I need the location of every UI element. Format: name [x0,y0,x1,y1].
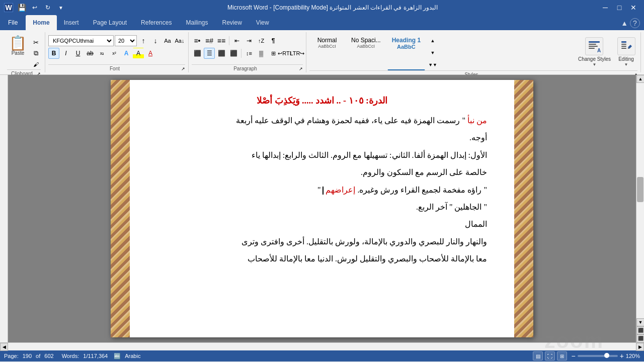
text-effects-btn[interactable]: A [121,48,132,59]
style-heading1[interactable]: Heading 1 AaBbC [387,35,425,70]
next-page-button[interactable]: ⬛ [636,334,644,342]
scroll-up-button[interactable]: ▲ [636,75,644,83]
scroll-left-button[interactable]: ◀ [0,343,8,351]
language-label[interactable]: Arabic [125,353,140,359]
styles-scroll-down-btn[interactable]: ▼ [427,47,438,58]
maximize-button[interactable]: □ [613,3,626,13]
save-button[interactable]: 💾 [16,2,27,13]
increase-indent-btn[interactable]: ⇥ [244,35,255,46]
editing-button[interactable]: Editing ▼ [615,35,637,69]
justify-btn[interactable]: ⬛ [228,48,239,59]
format-painter-button[interactable]: 🖌 [31,59,41,69]
vertical-scrollbar: ▲ ▼ ⬛ ⬛ [636,75,644,342]
style-no-spacing[interactable]: No Spaci... AaBbCcI [347,35,385,70]
strikethrough-button[interactable]: ab [85,48,96,59]
zoom-percent[interactable]: 120% [626,353,640,359]
quick-access-dropdown[interactable]: ▼ [55,2,66,13]
print-layout-btn[interactable]: ▤ [533,351,543,360]
decrease-indent-btn[interactable]: ⇤ [231,35,243,46]
tab-references[interactable]: References [134,15,179,30]
full-screen-btn[interactable]: ⛶ [545,351,555,360]
spell-check-icon[interactable]: 🔤 [114,353,121,359]
italic-button[interactable]: I [60,48,71,59]
paragraph-8: والنهار والنار للبصري والدوري بالإمالة، … [157,234,487,249]
para-sep2 [241,49,242,58]
tab-page-layout[interactable]: Page Layout [86,15,134,30]
tab-view[interactable]: View [249,15,276,30]
redo-button[interactable]: ↻ [42,2,53,13]
paste-button[interactable]: 📋 Paste [7,35,29,57]
change-case-btn[interactable]: Aa↓ [174,35,185,46]
text-highlight-btn[interactable]: A [133,48,144,59]
line-spacing-btn[interactable]: ↕≡ [244,48,255,59]
change-styles-button[interactable]: A Change Styles ▼ [576,35,613,69]
scroll-thumb[interactable] [637,177,643,202]
font-size-decrease-btn[interactable]: ↓ [150,35,161,46]
style-heading1-sub: AaBbC [392,44,421,50]
zoom-out-btn[interactable]: − [571,352,575,360]
doc-scroll-area[interactable]: الدرة: ١٠٥ - .. اشدد ..... وَيَكذِبَ أصْ… [8,75,636,342]
align-left-btn[interactable]: ⬛ [192,48,203,59]
status-bar: Page: 190 of 602 Words: 1/117,364 🔤 Arab… [0,350,644,361]
multilevel-btn[interactable]: ≡≡ [216,35,227,46]
style-normal[interactable]: Normal AaBbCcI [309,35,345,70]
clear-format-btn[interactable]: Aa [162,35,173,46]
paragraph-1: من نبأ " رسمت الهمزة فيه على ياء، ففيه ل… [157,113,487,128]
svg-rect-1 [589,44,596,45]
ltr-btn[interactable]: LTR↪ [292,48,303,59]
align-center-btn[interactable]: ☰ [204,48,215,59]
para-5-text: " راؤه مفخمة لجميع القراء ورش وغيره. [355,186,487,194]
change-styles-icon: A [585,37,603,55]
word-icon: W [4,3,13,12]
zoom-slider[interactable] [578,355,618,357]
change-styles-svg: A [587,39,601,53]
doc-page: الدرة: ١٠٥ - .. اشدد ..... وَيَكذِبَ أصْ… [111,80,533,337]
web-layout-btn[interactable]: ⊞ [557,351,567,360]
paragraph-label: Paragraph [192,66,299,71]
minimize-button[interactable]: ─ [599,3,612,13]
subscript-button[interactable]: x₂ [97,48,108,59]
paragraph-expand-icon[interactable]: ↗ [299,66,303,71]
tab-review[interactable]: Review [215,15,249,30]
font-size-select[interactable]: 20 [115,35,137,46]
red-word-1: من نبأ [467,116,487,125]
tab-file[interactable]: File [0,15,26,30]
numbering-btn[interactable]: ≡# [204,35,215,46]
superscript-button[interactable]: x² [109,48,120,59]
sort-btn[interactable]: ↑Z [256,35,267,46]
help-button[interactable]: ? [630,18,640,28]
font-name-select[interactable]: KFGQPCUthmai [48,35,114,46]
border-btn[interactable]: ⊞ [268,48,279,59]
font-color-btn[interactable]: A [145,48,156,59]
tab-home[interactable]: Home [26,15,56,30]
collapse-ribbon-btn[interactable]: ▲ [621,19,628,27]
close-button[interactable]: ✕ [627,3,640,13]
change-styles-label: Change Styles [578,56,611,62]
font-group: KFGQPCUthmai 20 ↑ ↓ Aa Aa↓ B I U ab x₂ [45,32,189,72]
zoom-in-btn[interactable]: + [620,352,624,360]
cut-button[interactable]: ✂ [31,37,41,47]
bold-button[interactable]: B [48,48,59,59]
show-hide-btn[interactable]: ¶ [268,35,279,46]
para-sep1 [229,36,229,45]
undo-button[interactable]: ↩ [29,2,40,13]
font-expand-icon[interactable]: ↗ [181,66,185,71]
font-size-increase-btn[interactable]: ↑ [138,35,149,46]
scroll-right-button[interactable]: ▶ [636,343,644,351]
tab-mailings[interactable]: Mailings [179,15,215,30]
underline-button[interactable]: U [72,48,84,59]
align-right-btn[interactable]: ⬛ [216,48,227,59]
scroll-down-button[interactable]: ▼ [636,318,644,326]
styles-scroll-up-btn[interactable]: ▲ [427,35,438,46]
bullets-btn[interactable]: ≡• [192,35,203,46]
prev-page-button[interactable]: ⬛ [636,326,644,334]
styles-more-btn[interactable]: ▼▼ [427,59,438,70]
copy-button[interactable]: ⧉ [31,48,41,58]
tab-insert[interactable]: Insert [57,15,86,30]
ribbon-content: 📋 Paste ✂ ⧉ 🖌 Clipboard ↗ KFGQPCUthmai [0,30,644,74]
shading-btn[interactable]: ▓ [256,48,267,59]
scroll-track[interactable] [636,83,644,318]
ribbon: File Home Insert Page Layout References … [0,15,644,75]
svg-rect-0 [589,41,600,43]
rtl-btn[interactable]: ↩RTL [280,48,291,59]
